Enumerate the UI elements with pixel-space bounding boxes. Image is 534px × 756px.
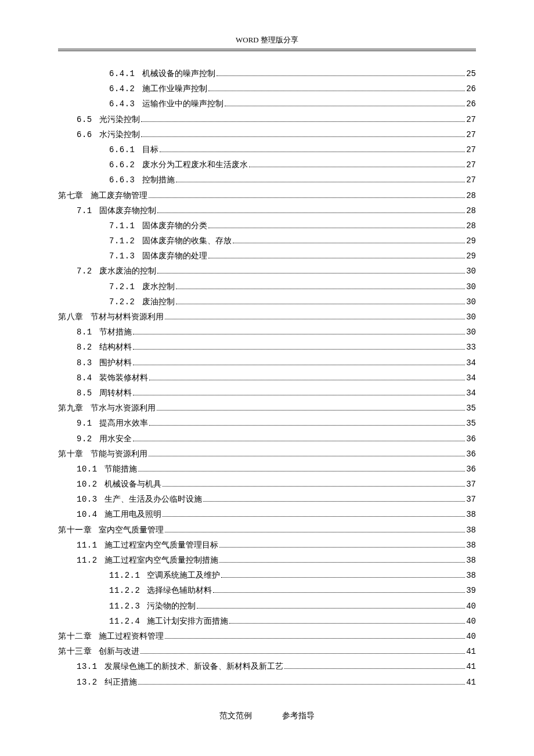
toc-leader-dots bbox=[197, 608, 465, 609]
toc-leader-dots bbox=[149, 456, 466, 456]
toc-number: 8.4 bbox=[77, 372, 92, 385]
toc-leader-dots bbox=[149, 197, 466, 198]
toc-title: 水污染控制 bbox=[99, 128, 140, 141]
toc-page-number: 30 bbox=[466, 326, 476, 339]
toc-page-number: 27 bbox=[466, 129, 476, 142]
toc-page-number: 26 bbox=[466, 98, 476, 111]
toc-page-number: 29 bbox=[466, 235, 476, 248]
toc-entry: 7.1固体废弃物控制28 bbox=[58, 204, 476, 218]
page-footer: 范文范例 参考指导 bbox=[0, 711, 534, 721]
toc-leader-dots bbox=[163, 516, 466, 517]
toc-entry: 6.4.2施工作业噪声控制26 bbox=[58, 82, 476, 96]
toc-title: 施工过程资料管理 bbox=[99, 630, 164, 643]
toc-entry: 10.2机械设备与机具37 bbox=[58, 478, 476, 491]
toc-number: 第十章 bbox=[58, 448, 84, 461]
toc-leader-dots bbox=[208, 258, 466, 258]
toc-entry: 6.5光污染控制27 bbox=[58, 113, 476, 127]
toc-entry: 11.2.2选择绿色辅助材料39 bbox=[58, 584, 476, 597]
toc-page-number: 34 bbox=[466, 372, 476, 385]
toc-leader-dots bbox=[229, 623, 465, 624]
toc-leader-dots bbox=[249, 167, 466, 167]
page-header: WORD 整理版分享 bbox=[58, 35, 476, 49]
toc-title: 废油控制 bbox=[142, 296, 175, 308]
toc-page-number: 40 bbox=[466, 615, 476, 628]
toc-leader-dots bbox=[176, 304, 466, 304]
toc-number: 6.6.2 bbox=[109, 159, 135, 172]
toc-title: 机械设备的噪声控制 bbox=[142, 67, 215, 80]
toc-number: 10.1 bbox=[77, 463, 98, 476]
toc-title: 机械设备与机具 bbox=[104, 478, 161, 491]
toc-entry: 第十三章创新与改进41 bbox=[58, 645, 476, 658]
toc-title: 施工过程室内空气质量管理目标 bbox=[104, 539, 218, 552]
toc-title: 用水安全 bbox=[99, 433, 132, 445]
toc-leader-dots bbox=[219, 547, 466, 548]
toc-number: 7.2.2 bbox=[109, 296, 135, 309]
toc-page-number: 30 bbox=[466, 281, 476, 294]
toc-title: 施工作业噪声控制 bbox=[142, 82, 207, 95]
toc-entry: 13.2纠正措施41 bbox=[58, 676, 476, 689]
toc-title: 废水废油的控制 bbox=[99, 265, 156, 278]
toc-page-number: 30 bbox=[466, 265, 476, 278]
toc-number: 第十二章 bbox=[58, 631, 92, 643]
toc-title: 施工用电及照明 bbox=[104, 508, 161, 521]
toc-title: 节材与材料资源利用 bbox=[91, 311, 164, 323]
toc-page-number: 29 bbox=[466, 250, 476, 263]
toc-entry: 8.3围护材料34 bbox=[58, 357, 476, 370]
toc-leader-dots bbox=[213, 592, 465, 593]
toc-number: 6.5 bbox=[77, 114, 92, 127]
toc-page-number: 35 bbox=[466, 402, 476, 415]
toc-page-number: 36 bbox=[466, 433, 476, 446]
toc-entry: 第十一章室内空气质量管理38 bbox=[58, 524, 476, 537]
toc-page-number: 40 bbox=[466, 600, 476, 613]
toc-leader-dots bbox=[149, 380, 465, 380]
footer-right: 参考指导 bbox=[282, 711, 315, 720]
toc-entry: 10.3生产、生活及办公临时设施37 bbox=[58, 493, 476, 506]
toc-number: 7.2.1 bbox=[109, 281, 135, 294]
footer-left: 范文范例 bbox=[219, 711, 252, 720]
toc-leader-dots bbox=[141, 136, 465, 137]
toc-number: 8.3 bbox=[77, 357, 92, 370]
toc-number: 11.1 bbox=[77, 539, 98, 552]
toc-leader-dots bbox=[133, 441, 465, 441]
toc-leader-dots bbox=[157, 273, 465, 273]
toc-entry: 7.1.2固体废弃物的收集、存放29 bbox=[58, 235, 476, 248]
toc-page-number: 37 bbox=[466, 494, 476, 506]
toc-page-number: 27 bbox=[466, 174, 476, 187]
toc-title: 节材措施 bbox=[99, 326, 132, 339]
toc-title: 纠正措施 bbox=[104, 676, 137, 689]
toc-page-number: 30 bbox=[466, 296, 476, 309]
toc-entry: 8.2结构材料33 bbox=[58, 341, 476, 354]
toc-number: 第十一章 bbox=[58, 524, 92, 537]
toc-number: 8.5 bbox=[77, 387, 92, 400]
toc-entry: 7.2.2废油控制30 bbox=[58, 296, 476, 309]
toc-number: 13.1 bbox=[77, 661, 98, 674]
toc-entry: 6.6.3控制措施27 bbox=[58, 174, 476, 187]
toc-page-number: 38 bbox=[466, 539, 476, 552]
toc-number: 10.4 bbox=[77, 509, 98, 521]
toc-leader-dots bbox=[176, 289, 466, 289]
toc-title: 施工计划安排方面措施 bbox=[147, 615, 228, 628]
toc-number: 第十三章 bbox=[58, 646, 92, 658]
toc-leader-dots bbox=[208, 228, 466, 228]
toc-page-number: 33 bbox=[466, 341, 476, 354]
toc-leader-dots bbox=[165, 638, 465, 639]
toc-title: 固体废弃物的分类 bbox=[142, 219, 207, 232]
toc-number: 7.1.3 bbox=[109, 250, 135, 263]
toc-entry: 第十章节能与资源利用36 bbox=[58, 448, 476, 461]
toc-number: 11.2.2 bbox=[109, 585, 140, 597]
toc-title: 废水分为工程废水和生活废水 bbox=[142, 159, 248, 171]
toc-number: 6.4.1 bbox=[109, 68, 135, 81]
toc-title: 固体废弃物控制 bbox=[99, 204, 156, 217]
toc-entry: 13.1发展绿色施工的新技术、新设备、新材料及新工艺41 bbox=[58, 660, 476, 674]
toc-leader-dots bbox=[176, 182, 466, 182]
toc-leader-dots bbox=[149, 425, 465, 426]
toc-entry: 7.2.1废水控制30 bbox=[58, 280, 476, 294]
toc-number: 7.2 bbox=[77, 265, 92, 278]
toc-entry: 6.6水污染控制27 bbox=[58, 128, 476, 142]
toc-title: 选择绿色辅助材料 bbox=[147, 584, 212, 597]
toc-entry: 11.1施工过程室内空气质量管理目标38 bbox=[58, 539, 476, 552]
toc-title: 提高用水效率 bbox=[99, 417, 148, 430]
toc-title: 控制措施 bbox=[142, 174, 175, 186]
toc-title: 围护材料 bbox=[99, 357, 132, 369]
toc-title: 节水与水资源利用 bbox=[91, 402, 156, 415]
